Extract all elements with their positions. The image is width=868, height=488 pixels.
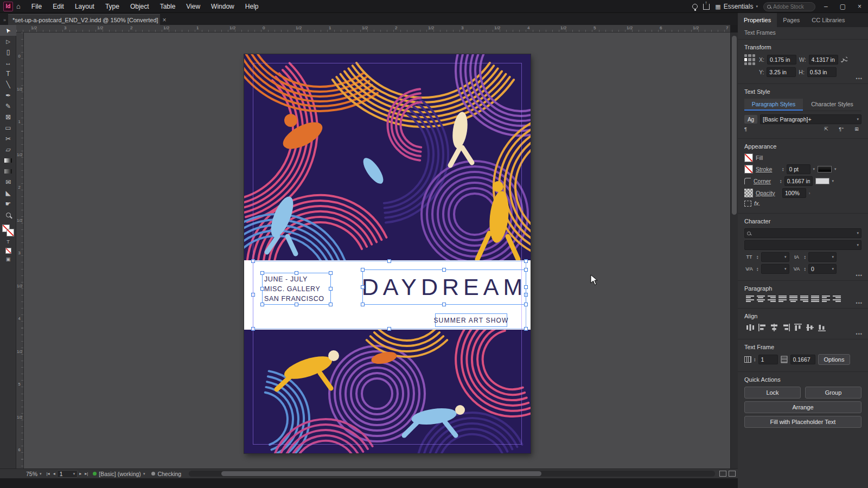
gradient-feather-tool[interactable]	[0, 166, 16, 177]
leading-field[interactable]	[811, 254, 830, 260]
font-size-field[interactable]	[764, 254, 783, 260]
indent-end-icon[interactable]	[833, 296, 841, 302]
document-tab[interactable]: *set-up-a-postcard_END_V2.indd @ 150% [C…	[8, 14, 160, 25]
info-text-frame[interactable]: JUNE - JULY MISC. GALLERY SAN FRANCISCO	[262, 273, 331, 305]
horizontal-scrollbar[interactable]	[189, 471, 715, 477]
title-text-frame[interactable]: DAYDREAM	[362, 269, 526, 305]
paragraph-style-dropdown[interactable]: ▾	[760, 114, 861, 124]
align-center-h-icon[interactable]	[770, 323, 778, 333]
leading-stepper[interactable]: ▴▾	[805, 255, 806, 259]
font-style-input[interactable]	[747, 242, 855, 248]
tracking-field[interactable]	[811, 266, 830, 272]
search-input[interactable]	[773, 4, 812, 10]
scissors-tool[interactable]: ✂	[0, 133, 16, 144]
menu-window[interactable]: Window	[206, 0, 240, 13]
distribute-icon[interactable]	[746, 323, 755, 333]
selection-handle[interactable]	[295, 271, 298, 275]
note-tool[interactable]: ✉	[0, 177, 16, 188]
stroke-weight-field[interactable]	[789, 166, 808, 172]
align-bottom-icon[interactable]	[818, 323, 826, 333]
workspace-switcher[interactable]: ▦ Essentials ▾	[715, 3, 758, 10]
object-effects-icon[interactable]	[744, 201, 751, 207]
menu-view[interactable]: View	[181, 0, 206, 13]
last-page-button[interactable]: ▸|	[83, 471, 90, 476]
align-center-icon[interactable]	[757, 296, 765, 302]
split-view-icon[interactable]	[719, 471, 726, 477]
tab-properties[interactable]: Properties	[738, 13, 777, 27]
align-more-options[interactable]: •••	[856, 331, 863, 337]
columns-stepper[interactable]: ▴▾	[754, 357, 756, 362]
selection-handle[interactable]	[442, 303, 446, 306]
selection-handle[interactable]	[329, 271, 333, 275]
text-frame-options-button[interactable]: Options	[818, 354, 851, 365]
formatting-affects-text-icon[interactable]: T	[0, 237, 16, 246]
menu-file[interactable]: File	[26, 0, 47, 13]
paragraph-styles-tab[interactable]: Paragraph Styles	[744, 99, 803, 111]
vertical-scrollbar-thumb[interactable]	[732, 36, 737, 215]
free-transform-tool[interactable]: ▱	[0, 144, 16, 155]
justify-left-icon[interactable]	[778, 296, 787, 302]
fill-color-swatch[interactable]	[744, 153, 753, 162]
font-family-dropdown[interactable]: ▾	[744, 228, 861, 238]
reference-point-proxy[interactable]	[744, 54, 755, 65]
selection-handle[interactable]	[295, 303, 298, 306]
align-middle-v-icon[interactable]	[806, 323, 814, 333]
menu-table[interactable]: Table	[155, 0, 181, 13]
justify-all-icon[interactable]	[811, 296, 819, 302]
arrange-button[interactable]: Arrange	[744, 401, 861, 413]
justify-center-icon[interactable]	[789, 296, 797, 302]
columns-field[interactable]	[761, 356, 775, 363]
pen-tool[interactable]: ✒	[0, 90, 16, 101]
page-number-input[interactable]	[60, 471, 72, 477]
align-right-icon[interactable]	[782, 323, 790, 333]
opacity-link[interactable]: Opacity	[756, 190, 780, 196]
selection-handle[interactable]	[524, 285, 528, 289]
y-field[interactable]	[769, 69, 793, 75]
page-number-field[interactable]: ▾	[57, 470, 78, 478]
vertical-scrollbar[interactable]	[730, 33, 738, 468]
menu-help[interactable]: Help	[240, 0, 264, 13]
preflight-menu[interactable]: [Basic] (working) ▾	[90, 469, 148, 478]
selection-handle[interactable]	[251, 259, 255, 263]
fill-stroke-proxy[interactable]	[2, 224, 14, 236]
screen-mode-icon[interactable]: ▣	[0, 255, 16, 264]
selection-handle[interactable]	[251, 327, 255, 331]
line-tool[interactable]: ╲	[0, 79, 16, 90]
selection-handle[interactable]	[524, 303, 528, 306]
selection-tool[interactable]: ➤	[0, 25, 16, 36]
selection-handle[interactable]	[361, 285, 365, 289]
fill-placeholder-button[interactable]: Fill with Placeholder Text	[744, 416, 861, 428]
stroke-style-swatch[interactable]	[818, 166, 832, 172]
redefine-style-icon[interactable]: ⇱	[821, 126, 831, 132]
share-icon[interactable]	[703, 4, 710, 10]
w-field[interactable]	[812, 56, 835, 63]
fx-label[interactable]: fx.	[754, 200, 761, 207]
tab-pages[interactable]: Pages	[777, 13, 806, 27]
selection-handle[interactable]	[387, 259, 391, 263]
app-logo-icon[interactable]: Id	[3, 2, 13, 11]
type-tool[interactable]: T	[0, 68, 16, 79]
selection-handle[interactable]	[329, 303, 333, 306]
opacity-field[interactable]	[785, 190, 803, 196]
menu-edit[interactable]: Edit	[47, 0, 69, 13]
previous-page-button[interactable]: ◂	[52, 471, 57, 476]
discover-lightbulb-icon[interactable]	[692, 4, 698, 9]
stroke-color-swatch[interactable]	[744, 165, 753, 174]
close-button[interactable]: ×	[854, 3, 865, 10]
subtitle-text-frame[interactable]: SUMMER ART SHOW	[435, 313, 507, 327]
selection-handle[interactable]	[442, 268, 446, 272]
font-family-input[interactable]	[752, 230, 855, 236]
paragraph-more-options[interactable]: •••	[856, 300, 863, 306]
style-override-icon[interactable]: ¶⁺	[837, 126, 846, 132]
new-style-icon[interactable]: ⊞	[852, 126, 861, 132]
maximize-button[interactable]: ▢	[837, 3, 849, 10]
horizontal-scrollbar-thumb[interactable]	[221, 471, 541, 476]
tracking-stepper[interactable]: ▴▾	[805, 267, 806, 271]
corner-link[interactable]: Corner	[754, 178, 777, 184]
eyedropper-tool[interactable]: ◣	[0, 188, 16, 198]
align-left-icon[interactable]	[758, 323, 767, 333]
character-more-options[interactable]: •••	[856, 273, 863, 278]
font-style-dropdown[interactable]: ▾	[744, 240, 861, 250]
postcard-document[interactable]: JUNE - JULY MISC. GALLERY SAN FRANCISCO …	[244, 54, 531, 453]
zoom-control[interactable]: 75% ▾	[23, 469, 45, 478]
